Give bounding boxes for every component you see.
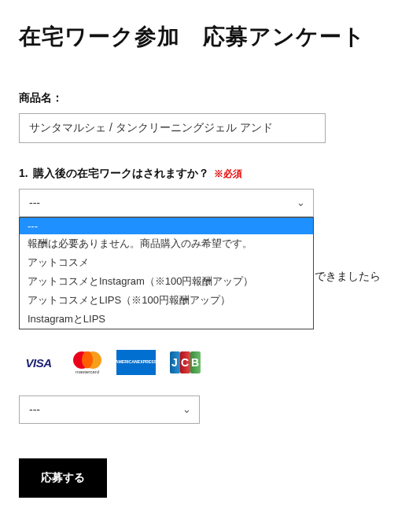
q1-option[interactable]: InstagramとLIPS — [20, 310, 313, 329]
payment-cards-row: VISA mastercard AMERICAN EXPRESS J C B — [19, 350, 401, 375]
q1-text: 購入後の在宅ワークはされますか？ — [33, 167, 209, 181]
q1-select-display: --- ⌄ — [19, 189, 314, 217]
partial-hidden-text: できましたら — [315, 270, 381, 284]
secondary-selected-value: --- — [29, 403, 40, 416]
chevron-down-icon: ⌄ — [297, 197, 305, 208]
amex-icon: AMERICAN EXPRESS — [116, 350, 156, 375]
mastercard-icon: mastercard — [68, 350, 107, 375]
q1-select[interactable]: --- ⌄ — [19, 189, 314, 217]
q1-dropdown[interactable]: --- 報酬は必要ありません。商品購入のみ希望です。 アットコスメ アットコスメ… — [19, 217, 314, 329]
chevron-down-icon: ⌄ — [182, 403, 191, 415]
jcb-icon: J C B — [165, 350, 204, 375]
product-name-input[interactable] — [19, 113, 326, 143]
product-label: 商品名： — [19, 91, 401, 105]
page-title: 在宅ワーク参加 応募アンケート — [19, 22, 401, 52]
required-label: ※必須 — [214, 167, 242, 181]
q1-option[interactable]: アットコスメとLIPS（※100円報酬アップ） — [20, 291, 313, 310]
submit-button[interactable]: 応募する — [19, 458, 107, 498]
q1-option[interactable]: アットコスメとInstagram（※100円報酬アップ） — [20, 272, 313, 291]
visa-icon: VISA — [19, 350, 58, 375]
secondary-select[interactable]: --- ⌄ — [19, 395, 200, 424]
q1-option[interactable]: --- — [20, 218, 313, 234]
q1-number: 1. — [19, 167, 28, 179]
q1-option[interactable]: 報酬は必要ありません。商品購入のみ希望です。 — [20, 234, 313, 253]
q1-option[interactable]: アットコスメ — [20, 253, 313, 272]
q1-selected-value: --- — [29, 197, 40, 209]
